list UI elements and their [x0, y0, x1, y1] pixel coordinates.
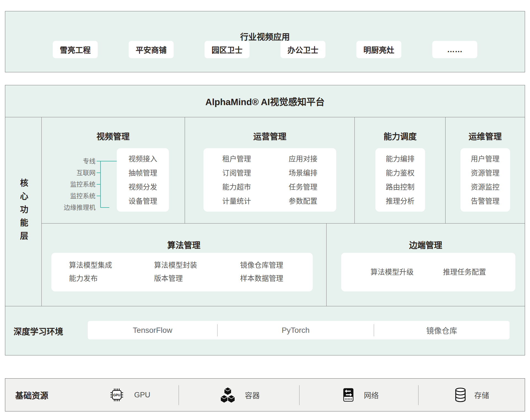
app-pill: 园区卫士 — [205, 41, 250, 58]
infra-divider — [299, 385, 300, 405]
app-pill-more: …… — [432, 41, 477, 58]
gpu-chip-icon: GPU — [108, 387, 125, 403]
infra-item-label: GPU — [134, 391, 150, 399]
card-item: 镜像仓库管理 — [240, 259, 313, 272]
edge-mgmt-card: 算法模型升级 推理任务配置 — [341, 253, 515, 291]
card-item: 计量统计 — [203, 194, 270, 208]
dl-env-label: 深度学习环境 — [14, 306, 63, 355]
app-pill: 明厨亮灶 — [356, 41, 401, 58]
video-sources-list: 专线 互联网 监控系统 监控系统 边缘推理机 — [41, 155, 96, 213]
card-item: 场景编排 — [270, 166, 336, 180]
infra-item-network: 网络 — [364, 379, 379, 411]
module-title: 运营管理 — [185, 130, 355, 142]
dl-env-label-text: 深度学习环境 — [14, 325, 63, 337]
video-source: 互联网 — [41, 167, 96, 179]
video-source: 监控系统 — [41, 190, 96, 202]
algo-col-3: 镜像仓库管理 样本数据管理 — [240, 259, 313, 291]
operation-mgmt-card: 租户管理 订阅管理 能力超市 计量统计 应用对接 场景编排 任务管理 参数配置 — [203, 148, 336, 212]
module-title: 视频管理 — [41, 130, 185, 142]
card-item: 视频接入 — [117, 152, 169, 166]
svg-text:GPU: GPU — [113, 393, 120, 397]
card-item: 用户管理 — [460, 152, 510, 166]
module-title: 能力调度 — [355, 130, 446, 142]
module-om-mgmt: 运维管理 用户管理 资源管理 资源监控 告警管理 — [445, 117, 525, 223]
industry-apps-section: 行业视频应用 雪亮工程 平安商铺 园区卫士 办公卫士 明厨亮灶 …… — [5, 11, 525, 72]
video-source: 边缘推理机 — [41, 202, 96, 213]
card-item: 算法模型升级 — [370, 265, 414, 279]
infra-item-label: 网络 — [364, 390, 379, 400]
module-edge-mgmt: 边端管理 算法模型升级 推理任务配置 — [326, 224, 525, 306]
infra-divider — [418, 385, 418, 405]
card-item: 能力发布 — [69, 272, 154, 285]
platform-title-band: AlphaMind® AI视觉感知平台 — [5, 85, 525, 117]
infra-item-gpu: GPU — [134, 379, 150, 411]
container-cubes-icon — [219, 387, 236, 403]
card-item: 抽帧管理 — [117, 166, 169, 180]
module-video-mgmt: 视频管理 专线 互联网 监控系统 — [41, 117, 185, 223]
card-item: 算法模型集成 — [69, 259, 154, 272]
algo-mgmt-card: 算法模型集成 能力发布 算法模型封装 版本管理 镜像仓库管理 样本数据管理 — [51, 253, 313, 291]
video-source: 专线 — [41, 155, 96, 167]
om-mgmt-card: 用户管理 资源管理 资源监控 告警管理 — [460, 148, 510, 212]
card-item: 告警管理 — [460, 194, 510, 208]
card-item: 设备管理 — [117, 194, 169, 208]
industry-apps-title: 行业视频应用 — [5, 30, 525, 42]
dl-env-bar: TensorFlow PyTorch 镜像仓库 — [88, 321, 510, 339]
card-item: 能力编排 — [375, 152, 425, 166]
app-pill: 雪亮工程 — [53, 41, 98, 58]
algo-col-2: 算法模型封装 版本管理 — [154, 259, 240, 291]
card-item: 样本数据管理 — [240, 272, 313, 285]
card-item: 能力鉴权 — [375, 166, 425, 180]
infra-item-container: 容器 — [245, 379, 260, 411]
module-operation-mgmt: 运营管理 租户管理 订阅管理 能力超市 计量统计 应用对接 场景编排 — [185, 117, 355, 223]
card-item: 参数配置 — [270, 194, 336, 208]
dl-env-item: 镜像仓库 — [374, 325, 510, 336]
card-item: 推理分析 — [375, 194, 425, 208]
capability-sched-card: 能力编排 能力鉴权 路由控制 推理分析 — [375, 148, 425, 212]
card-item: 应用对接 — [270, 152, 336, 166]
core-layer-content: 视频管理 专线 互联网 监控系统 — [41, 117, 525, 306]
module-title: 算法管理 — [41, 238, 326, 251]
app-pill: 平安商铺 — [129, 41, 174, 58]
video-mgmt-card: 视频接入 抽帧管理 视频分发 设备管理 — [117, 148, 169, 212]
card-item: 任务管理 — [270, 180, 336, 194]
card-item: 路由控制 — [375, 180, 425, 194]
operation-col-2: 应用对接 场景编排 任务管理 参数配置 — [270, 152, 336, 212]
module-title: 边端管理 — [327, 238, 525, 251]
infra-label: 基础资源 — [15, 389, 48, 401]
video-source: 监控系统 — [41, 179, 96, 190]
platform-title: AlphaMind® AI视觉感知平台 — [205, 95, 325, 108]
dl-env-item: TensorFlow — [88, 326, 217, 335]
platform-section: AlphaMind® AI视觉感知平台 核心功能层 视频管理 — [5, 85, 525, 355]
module-capability-sched: 能力调度 能力编排 能力鉴权 路由控制 推理分析 — [354, 117, 446, 223]
algo-col-1: 算法模型集成 能力发布 — [69, 259, 154, 291]
card-item: 租户管理 — [203, 152, 270, 166]
operation-col-1: 租户管理 订阅管理 能力超市 计量统计 — [203, 152, 270, 212]
card-item: 能力超市 — [203, 180, 270, 194]
infra-section: 基础资源 GPU GPU — [5, 378, 525, 411]
modules-row-2: 算法管理 算法模型集成 能力发布 算法模型封装 版本管理 镜像仓 — [41, 224, 525, 306]
app-pill: 办公卫士 — [280, 41, 325, 58]
card-item: 订阅管理 — [203, 166, 270, 180]
dl-env-item: PyTorch — [218, 326, 373, 335]
infra-label-wrap: 基础资源 — [15, 379, 48, 411]
industry-apps-row: 雪亮工程 平安商铺 园区卫士 办公卫士 明厨亮灶 …… — [5, 41, 525, 58]
module-title: 运维管理 — [446, 130, 525, 142]
infra-item-label: 存储 — [474, 390, 489, 400]
card-item: 推理任务配置 — [443, 265, 486, 279]
module-algo-mgmt: 算法管理 算法模型集成 能力发布 算法模型封装 版本管理 镜像仓 — [41, 224, 326, 306]
card-item: 资源监控 — [460, 180, 510, 194]
storage-database-icon — [452, 387, 469, 403]
modules-row-1: 视频管理 专线 互联网 监控系统 — [41, 117, 525, 224]
infra-item-label: 容器 — [245, 390, 260, 400]
card-item: 资源管理 — [460, 166, 510, 180]
card-item: 视频分发 — [117, 180, 169, 194]
card-item: 算法模型封装 — [154, 259, 240, 272]
core-layer-label: 核心功能层 — [17, 179, 30, 245]
core-layer: 核心功能层 视频管理 — [5, 117, 525, 306]
dl-env-band: 深度学习环境 TensorFlow PyTorch 镜像仓库 — [5, 306, 525, 355]
network-switch-icon — [340, 387, 357, 403]
core-layer-sidebar: 核心功能层 — [5, 117, 42, 306]
architecture-diagram: 行业视频应用 雪亮工程 平安商铺 园区卫士 办公卫士 明厨亮灶 …… Alpha… — [0, 0, 530, 420]
card-item: 版本管理 — [154, 272, 240, 285]
